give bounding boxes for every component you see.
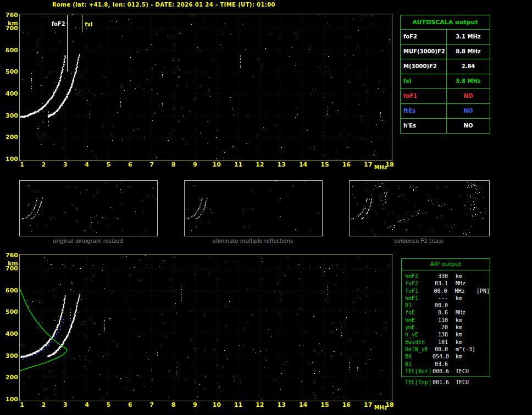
- aip-row: hmF2330km: [405, 273, 490, 280]
- thumbnail-f2-trace: [349, 180, 490, 236]
- aip-table-rows: hmF2330kmfoF203.1MHzfoF100.0MHz[PN]hmF1-…: [402, 270, 490, 377]
- x-axis-tick: 11: [232, 402, 245, 408]
- aip-row-label: hmF2: [405, 273, 433, 280]
- autoscala-row-label: fxI: [401, 74, 447, 88]
- aip-row-value: ---: [433, 295, 448, 302]
- x-axis-tick: 14: [297, 402, 309, 408]
- thumbnail-caption-reflections: eliminate multiple reflections: [184, 238, 322, 245]
- autoscala-row-label: M(3000)F2: [401, 59, 447, 74]
- aip-row-label: hmE: [405, 317, 433, 324]
- thumbnail-original-ionogram: [19, 180, 158, 236]
- aip-row: B103.6: [405, 361, 490, 368]
- autoscala-row-label: h'Es: [401, 119, 447, 133]
- aip-row: DelN_vE00.0m^(-3): [405, 346, 490, 353]
- aip-row-unit: km: [456, 331, 478, 338]
- ionogram-top-plot: foF2 fxI 760700600500400300200100km12345…: [19, 14, 392, 161]
- autoscala-table-title: AUTOSCALA output: [401, 15, 490, 30]
- autoscala-row-value: 3.8 MHz: [447, 74, 490, 88]
- x-axis-tick: 6: [124, 162, 136, 168]
- aip-row-unit: MHz: [456, 309, 478, 316]
- aip-row: TEC[Bot]000.6TECU: [405, 368, 490, 375]
- x-axis-tick: 14: [297, 162, 309, 168]
- x-axis-tick: 6: [124, 402, 136, 408]
- autoscala-output-table: AUTOSCALA output foF23.1 MHzMUF(3000)F28…: [400, 15, 490, 134]
- aip-row-value: 054.0: [433, 353, 448, 360]
- aip-row-unit: km: [456, 295, 478, 302]
- autoscala-row-label: MUF(3000)F2: [401, 45, 447, 59]
- aip-row-unit: km: [456, 353, 478, 360]
- autoscala-row: foF23.1 MHz: [401, 30, 490, 45]
- aip-row-unit: [456, 361, 478, 368]
- aip-row-unit: km: [456, 324, 478, 331]
- thumbnail-reflections-canvas: [185, 181, 321, 235]
- autoscala-window: Rome (lat: +41.8, lon: 012.5) - DATE: 20…: [0, 0, 532, 415]
- x-axis-tick: 5: [102, 402, 114, 408]
- x-axis-tick: 13: [275, 402, 287, 408]
- aip-row-unit: [456, 302, 478, 309]
- x-axis-unit-label: MHz: [374, 405, 387, 411]
- aip-row-value: 20: [433, 324, 448, 331]
- aip-table-title: AIP output: [402, 259, 490, 270]
- autoscala-row-label: foF2: [401, 30, 447, 44]
- aip-row-value: 110: [433, 317, 448, 324]
- aip-row-label: D1: [405, 302, 433, 309]
- x-axis-tick: 4: [81, 402, 93, 408]
- x-axis-tick: 9: [189, 162, 201, 168]
- x-axis-tick: 12: [254, 162, 266, 168]
- aip-row: ymE20km: [405, 324, 490, 331]
- aip-output-table: AIP output hmF2330kmfoF203.1MHzfoF100.0M…: [401, 258, 490, 377]
- x-axis-tick: 8: [167, 402, 179, 408]
- aip-row-value: 000.6: [433, 368, 448, 375]
- thumbnail-caption-f2: evidence F2 trace: [349, 238, 489, 245]
- aip-row-label: TEC[Top]: [405, 379, 433, 386]
- aip-row-label: DelN_vE: [405, 346, 433, 353]
- autoscala-row: MUF(3000)F28.8 MHz: [401, 45, 490, 59]
- aip-row-value: 03.1: [433, 280, 448, 287]
- aip-row-label: foF1: [405, 287, 432, 295]
- aip-row: Ewidth101km: [405, 339, 490, 346]
- x-axis-tick: 16: [340, 162, 352, 168]
- thumbnail-multiple-reflections: [184, 180, 323, 236]
- y-axis-tick: 600: [3, 47, 18, 54]
- autoscala-row-value: NO: [447, 89, 490, 103]
- aip-row-value: 001.6: [433, 379, 448, 386]
- aip-row: B0054.0km: [405, 353, 490, 360]
- x-axis-tick: 7: [146, 162, 158, 168]
- aip-row: foF100.0MHz[PN]: [405, 287, 490, 295]
- y-axis-unit-label: km: [3, 261, 18, 267]
- aip-tec-top-row: TEC[Top]001.6TECU: [401, 379, 490, 386]
- x-axis-tick: 1: [16, 162, 28, 168]
- x-axis-tick: 16: [340, 402, 352, 408]
- aip-row-value: 101: [433, 339, 448, 346]
- aip-row-value: 00.0: [432, 287, 447, 295]
- autoscala-row-value: 8.8 MHz: [447, 45, 490, 59]
- x-axis-tick: 7: [146, 402, 158, 408]
- y-axis-tick: 200: [3, 374, 18, 381]
- x-axis-tick: 8: [167, 162, 179, 168]
- autoscala-row-value: NO: [447, 119, 490, 133]
- aip-row-unit: km: [456, 273, 478, 280]
- x-axis-tick: 13: [275, 162, 287, 168]
- x-axis-tick: 17: [362, 162, 374, 168]
- autoscala-row: M(3000)F22.84: [401, 59, 490, 74]
- aip-row: foE0.6MHz: [405, 309, 490, 316]
- x-axis-tick: 15: [319, 402, 331, 408]
- autoscala-row: ftEsNO: [401, 104, 490, 119]
- y-axis-tick: 300: [3, 113, 18, 119]
- aip-row-label: B1: [405, 361, 433, 368]
- x-axis-tick: 15: [319, 162, 331, 168]
- aip-row-unit: m^(-3): [456, 346, 478, 353]
- aip-row-value: 00.0: [433, 346, 448, 353]
- ionogram-top-canvas: [20, 14, 391, 159]
- aip-row-label: B0: [405, 353, 433, 360]
- fxI-marker-label: fxI: [85, 21, 93, 27]
- y-axis-tick: 500: [3, 69, 18, 75]
- x-axis-tick: 17: [362, 402, 374, 408]
- aip-row: hmF1---km: [405, 295, 490, 302]
- ionogram-bottom-plot: 760700600500400300200100km12345678910111…: [19, 254, 392, 401]
- autoscala-row: h'EsNO: [401, 119, 490, 133]
- x-axis-tick: 3: [59, 162, 71, 168]
- x-axis-tick: 1: [16, 402, 28, 408]
- y-axis-unit-label: km: [3, 20, 18, 27]
- x-axis-tick: 2: [37, 162, 49, 168]
